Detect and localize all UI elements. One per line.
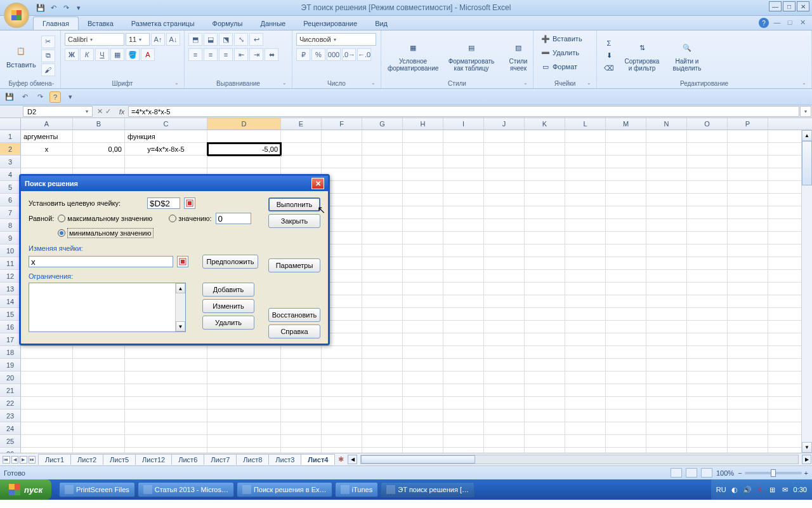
cell[interactable] [322,130,362,143]
col-header[interactable]: G [362,118,403,130]
select-all-corner[interactable] [0,118,21,130]
cell[interactable] [728,143,768,156]
cell[interactable] [606,270,646,283]
cell[interactable] [606,232,646,244]
cell[interactable] [443,384,484,397]
cell[interactable] [728,283,768,295]
cell[interactable] [484,244,525,257]
cell[interactable] [728,371,768,384]
cell[interactable] [322,410,362,422]
cell[interactable] [362,244,403,257]
comma-button[interactable]: 000 [327,48,341,61]
cell[interactable] [646,168,687,181]
cell[interactable] [565,219,606,232]
cell[interactable] [281,435,322,448]
cell[interactable] [362,422,403,435]
align-bottom-button[interactable]: ⬔ [219,33,233,46]
cell[interactable] [281,410,322,422]
cell[interactable] [73,435,125,448]
next-sheet-icon[interactable]: ▶ [20,456,27,464]
col-header[interactable]: N [646,118,687,130]
cell[interactable] [403,257,443,270]
cell[interactable] [687,206,728,219]
cell[interactable] [281,422,322,435]
cell[interactable] [687,130,728,143]
cell[interactable] [322,384,362,397]
cell[interactable] [565,168,606,181]
cell[interactable] [565,194,606,206]
cell[interactable] [21,384,73,397]
cell[interactable] [443,295,484,308]
cell[interactable] [207,384,281,397]
cell[interactable] [728,410,768,422]
cell[interactable] [362,257,403,270]
col-header[interactable]: K [525,118,565,130]
restore-button[interactable]: Восстановить [268,308,320,322]
cell[interactable] [728,156,768,168]
cell[interactable] [443,130,484,143]
radio-value[interactable]: значению: [169,215,211,222]
cell[interactable] [646,410,687,422]
cell[interactable] [403,244,443,257]
cell[interactable] [525,156,565,168]
cell[interactable] [281,448,322,453]
conditional-formatting-button[interactable]: ▦Условное форматирование [385,39,441,73]
underline-button[interactable]: Ч [95,48,109,61]
cell[interactable] [565,448,606,453]
cell[interactable] [565,130,606,143]
row-header[interactable]: 10 [0,244,21,257]
row-header[interactable]: 23 [0,410,21,422]
cell[interactable] [728,448,768,453]
cancel-formula-icon[interactable]: ✕ [97,107,103,116]
align-center-button[interactable]: ≡ [204,48,218,61]
cell[interactable] [728,244,768,257]
cell[interactable] [322,371,362,384]
cell[interactable] [207,410,281,422]
cell[interactable] [606,244,646,257]
cell[interactable] [207,435,281,448]
paste-button[interactable]: 📋Вставить [4,42,39,70]
cell[interactable] [646,397,687,410]
cell[interactable] [646,308,687,321]
ref-picker-button[interactable] [184,197,195,209]
cell[interactable] [73,448,125,453]
cell[interactable] [362,194,403,206]
edit-constraint-button[interactable]: Изменить [202,299,254,313]
cell[interactable] [525,232,565,244]
cell[interactable] [484,371,525,384]
cell[interactable] [322,448,362,453]
cell[interactable] [443,448,484,453]
expand-formula-icon[interactable]: ▾ [800,106,811,117]
cell[interactable] [484,435,525,448]
dec-decimal-button[interactable]: ←.0 [357,48,371,61]
dialog-title-bar[interactable]: Поиск решения ✕ [21,176,328,191]
cell[interactable] [443,232,484,244]
cell[interactable] [687,270,728,283]
cell[interactable]: аргументы [21,130,73,143]
cell[interactable] [403,206,443,219]
sheet-tab[interactable]: Лист6 [171,454,204,465]
cell[interactable] [484,270,525,283]
cell[interactable] [403,295,443,308]
cell[interactable] [606,397,646,410]
cell[interactable] [646,244,687,257]
cell[interactable] [525,130,565,143]
cell[interactable] [565,181,606,194]
cell[interactable] [403,333,443,346]
cell[interactable] [687,346,728,359]
insert-cell-button[interactable]: ➕Вставить [537,33,586,44]
orientation-button[interactable]: ⤡ [234,33,248,46]
cell[interactable] [728,333,768,346]
cell[interactable] [125,384,207,397]
radio-min[interactable]: минимальному значению [58,228,154,238]
zoom-in-icon[interactable]: + [804,469,808,477]
cell[interactable] [525,194,565,206]
add-constraint-button[interactable]: Добавить [202,283,254,297]
copy-button[interactable]: ⧉ [41,50,55,62]
cell[interactable] [565,359,606,371]
cell[interactable] [606,206,646,219]
cell[interactable] [362,410,403,422]
cell[interactable] [728,194,768,206]
cell[interactable] [687,359,728,371]
cell[interactable] [403,219,443,232]
